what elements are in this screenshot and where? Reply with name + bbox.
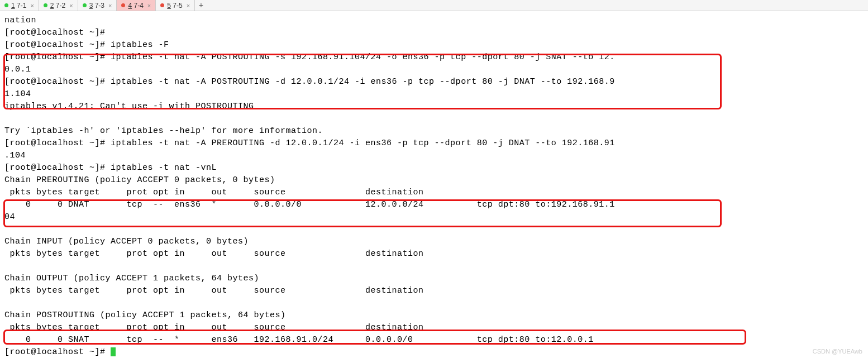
close-icon[interactable]: × bbox=[69, 2, 73, 9]
tab-label: 2 7-2 bbox=[50, 2, 65, 9]
close-icon[interactable]: × bbox=[30, 2, 34, 9]
terminal-output: nation [root@localhost ~]# [root@localho… bbox=[0, 11, 868, 358]
terminal-text: nation [root@localhost ~]# [root@localho… bbox=[4, 16, 615, 357]
status-dot-icon bbox=[4, 3, 8, 7]
tab-7-2[interactable]: 2 7-2× bbox=[39, 0, 78, 11]
tab-bar: 1 7-1×2 7-2×3 7-3×4 7-4×5 7-5×+ bbox=[0, 0, 868, 11]
tab-label: 3 7-3 bbox=[89, 2, 104, 9]
tab-7-1[interactable]: 1 7-1× bbox=[0, 0, 39, 11]
tab-label: 5 7-5 bbox=[167, 2, 182, 9]
tab-7-4[interactable]: 4 7-4× bbox=[117, 0, 156, 11]
cursor bbox=[111, 347, 116, 356]
status-dot-icon bbox=[83, 3, 87, 7]
add-tab-button[interactable]: + bbox=[195, 0, 207, 11]
status-dot-icon bbox=[121, 3, 125, 7]
status-dot-icon bbox=[160, 3, 164, 7]
close-icon[interactable]: × bbox=[108, 2, 112, 9]
close-icon[interactable]: × bbox=[187, 2, 190, 9]
watermark: CSDN @YUEAwb bbox=[813, 348, 862, 355]
tab-label: 4 7-4 bbox=[128, 2, 143, 9]
close-icon[interactable]: × bbox=[147, 2, 151, 9]
status-dot-icon bbox=[44, 3, 47, 7]
tab-label: 1 7-1 bbox=[11, 2, 26, 9]
tab-7-5[interactable]: 5 7-5× bbox=[156, 0, 195, 11]
tab-7-3[interactable]: 3 7-3× bbox=[78, 0, 117, 11]
